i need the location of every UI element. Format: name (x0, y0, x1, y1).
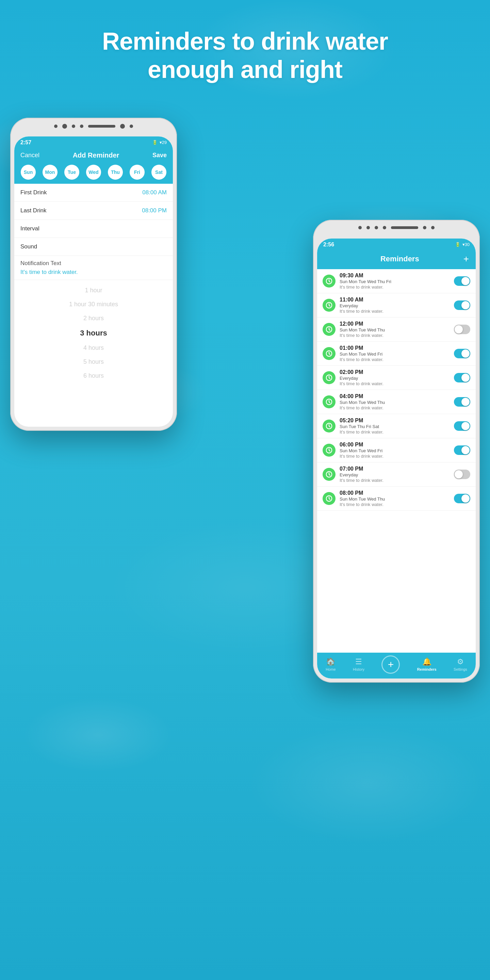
picker-item-0[interactable]: 1 hour (14, 283, 173, 298)
first-drink-row[interactable]: First Drink 08:00 AM (14, 184, 173, 202)
reminder-time-7: 06:00 PM (340, 442, 450, 448)
reminder-text-2: It's time to drink water. (340, 333, 450, 338)
reminder-days-4: Everyday (340, 375, 450, 381)
reminder-text-7: It's time to drink water. (340, 453, 450, 459)
toggle-thumb-1 (461, 301, 469, 309)
reminder-item-8[interactable]: 07:00 PM Everyday It's time to drink wat… (317, 463, 476, 487)
header-title: Reminders to drink water enough and righ… (0, 27, 490, 84)
nav-reminders[interactable]: 🔔 Reminders (417, 657, 437, 671)
picker-item-6[interactable]: 6 hours (14, 369, 173, 383)
toggle-thumb-8 (455, 470, 463, 479)
reminder-item-9[interactable]: 08:00 PM Sun Mon Tue Wed Thu It's time t… (317, 487, 476, 511)
clock-icon-8 (323, 468, 336, 481)
clock-icon-1 (323, 299, 336, 312)
nav-history[interactable]: ☰ History (353, 657, 364, 671)
day-tue[interactable]: Tue (64, 165, 79, 180)
toggle-3[interactable] (454, 349, 470, 358)
toggle-6[interactable] (454, 421, 470, 431)
screen-left: 2:57 🔋 ▾29 Cancel Add Reminder Save Sun … (14, 137, 173, 427)
app-header: Reminders to drink water enough and righ… (0, 0, 490, 84)
notch-r-dot-3 (375, 226, 378, 229)
reminder-item-7[interactable]: 06:00 PM Sun Mon Tue Wed Fri It's time t… (317, 438, 476, 463)
nav-history-label: History (353, 667, 364, 671)
cancel-button[interactable]: Cancel (21, 152, 40, 159)
toggle-thumb-6 (461, 422, 469, 430)
nav-add-btn[interactable]: + (382, 655, 400, 674)
reminder-text-9: It's time to drink water. (340, 502, 450, 507)
picker-item-4[interactable]: 4 hours (14, 341, 173, 355)
reminder-time-5: 04:00 PM (340, 393, 450, 399)
reminder-text-8: It's time to drink water. (340, 478, 450, 483)
reminder-time-4: 02:00 PM (340, 369, 450, 375)
first-drink-label: First Drink (21, 189, 47, 196)
nav-home[interactable]: 🏠 Home (326, 657, 336, 671)
camera-dot (62, 124, 67, 129)
add-reminder-button[interactable]: + (463, 253, 469, 264)
nav-add[interactable]: + (382, 655, 400, 674)
reminder-item-6[interactable]: 05:20 PM Sun Tue Thu Fri Sat It's time t… (317, 414, 476, 438)
reminder-info-2: 12:00 PM Sun Mon Tue Wed Thu It's time t… (340, 321, 450, 338)
reminder-item-4[interactable]: 02:00 PM Everyday It's time to drink wat… (317, 366, 476, 390)
sound-row[interactable]: Sound (14, 238, 173, 256)
day-sat[interactable]: Sat (151, 165, 166, 180)
interval-label: Interval (21, 225, 40, 232)
picker-item-1[interactable]: 1 hour 30 minutes (14, 298, 173, 311)
picker-item-2[interactable]: 2 hours (14, 311, 173, 325)
day-sun[interactable]: Sun (21, 165, 36, 180)
toggle-4[interactable] (454, 373, 470, 382)
reminder-days-1: Everyday (340, 303, 450, 308)
speaker-left (88, 125, 115, 127)
toggle-1[interactable] (454, 301, 470, 310)
day-wed[interactable]: Wed (86, 165, 101, 180)
add-reminder-title: Add Reminder (73, 151, 119, 159)
day-thu[interactable]: Thu (108, 165, 123, 180)
picker-item-5[interactable]: 5 hours (14, 355, 173, 369)
notch-r-dot-5 (423, 226, 426, 229)
reminder-item-1[interactable]: 11:00 AM Everyday It's time to drink wat… (317, 293, 476, 318)
interval-picker[interactable]: 1 hour 1 hour 30 minutes 2 hours 3 hours… (14, 280, 173, 386)
reminder-text-0: It's time to drink water. (340, 285, 450, 290)
last-drink-row[interactable]: Last Drink 08:00 PM (14, 202, 173, 220)
sound-label: Sound (21, 243, 37, 250)
clock-icon-2 (323, 323, 336, 336)
bottom-nav: 🏠 Home ☰ History + 🔔 Reminders ⚙ Setting… (317, 653, 476, 679)
status-icons-left: 🔋 ▾29 (152, 140, 167, 145)
toggle-thumb-9 (461, 495, 469, 503)
settings-icon: ⚙ (457, 657, 464, 666)
notch-dot-4 (120, 124, 125, 129)
wifi-icon-right: ▾30 (463, 242, 469, 247)
reminder-days-7: Sun Mon Tue Wed Fri (340, 448, 450, 453)
toggle-thumb-0 (461, 277, 469, 285)
reminder-item-3[interactable]: 01:00 PM Sun Mon Tue Wed Fri It's time t… (317, 342, 476, 366)
clock-icon-4 (323, 371, 336, 384)
toggle-5[interactable] (454, 397, 470, 407)
day-mon[interactable]: Mon (43, 165, 57, 180)
notification-row: Notification Text It's time to drink wat… (14, 256, 173, 280)
nav-settings[interactable]: ⚙ Settings (453, 657, 467, 671)
toggle-8[interactable] (454, 469, 470, 479)
save-button[interactable]: Save (153, 152, 167, 159)
reminder-text-1: It's time to drink water. (340, 309, 450, 314)
notification-text-value[interactable]: It's time to drink water. (21, 269, 167, 275)
notch-r-dot-1 (358, 226, 362, 229)
toggle-thumb-5 (461, 398, 469, 406)
reminder-item-5[interactable]: 04:00 PM Sun Mon Tue Wed Thu It's time t… (317, 390, 476, 414)
picker-item-3[interactable]: 3 hours (14, 325, 173, 341)
toggle-0[interactable] (454, 276, 470, 286)
reminder-text-5: It's time to drink water. (340, 405, 450, 410)
reminder-item-0[interactable]: 09:30 AM Sun Mon Tue Wed Thu Fri It's ti… (317, 269, 476, 293)
reminder-time-3: 01:00 PM (340, 345, 450, 351)
interval-row[interactable]: Interval (14, 220, 173, 238)
toggle-7[interactable] (454, 445, 470, 455)
day-fri[interactable]: Fri (130, 165, 145, 180)
phone-notch-right (313, 226, 480, 229)
clock-icon-0 (323, 275, 336, 288)
reminder-item-2[interactable]: 12:00 PM Sun Mon Tue Wed Thu It's time t… (317, 318, 476, 342)
toggle-9[interactable] (454, 494, 470, 503)
reminder-list: 09:30 AM Sun Mon Tue Wed Thu Fri It's ti… (317, 269, 476, 653)
status-time-left: 2:57 (21, 140, 31, 146)
notch-r-dot-4 (383, 226, 386, 229)
clock-icon-5 (323, 395, 336, 408)
toggle-2[interactable] (454, 325, 470, 334)
reminder-days-0: Sun Mon Tue Wed Thu Fri (340, 279, 450, 284)
